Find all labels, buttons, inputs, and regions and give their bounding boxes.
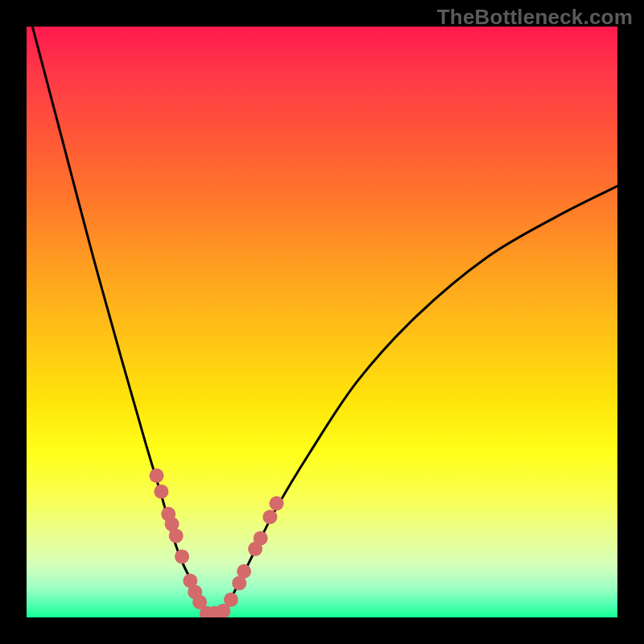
scatter-dot — [154, 485, 168, 499]
scatter-dot — [224, 592, 238, 607]
curve-left-curve — [32, 27, 209, 617]
scatter-dot — [149, 469, 163, 483]
chart-svg — [27, 27, 617, 617]
chart-frame: TheBottleneck.com — [0, 0, 644, 644]
watermark-label: TheBottleneck.com — [437, 5, 633, 30]
curve-lines — [32, 27, 617, 617]
scatter-dot — [262, 510, 277, 524]
plot-area — [27, 27, 617, 617]
scatter-dot — [254, 531, 268, 546]
scatter-dot — [175, 549, 189, 564]
scatter-dot — [269, 496, 283, 510]
scatter-dots — [149, 469, 283, 617]
scatter-dot — [169, 529, 184, 543]
scatter-dot — [237, 564, 251, 579]
curve-right-curve — [221, 186, 617, 617]
